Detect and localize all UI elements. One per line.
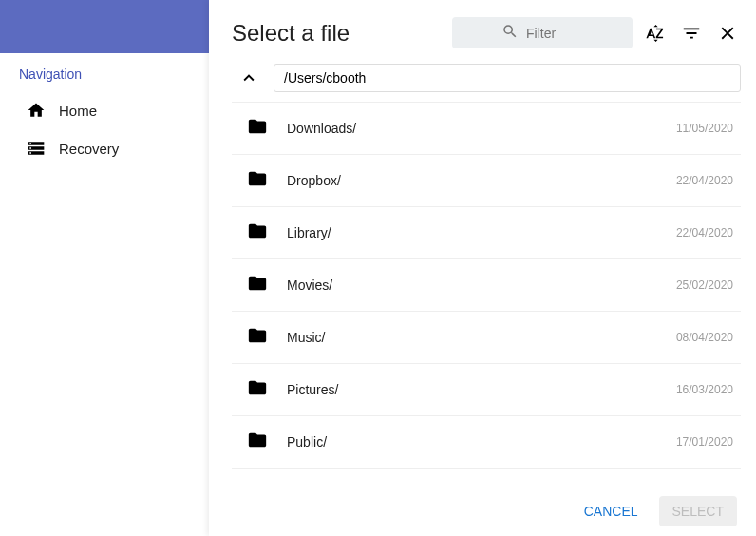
- folder-icon: [247, 116, 268, 141]
- file-row[interactable]: Music/08/04/2020: [232, 311, 741, 363]
- file-date: 16/03/2020: [676, 383, 733, 396]
- file-name: Pictures/: [287, 382, 657, 397]
- path-input[interactable]: [274, 64, 741, 92]
- home-icon: [27, 101, 46, 120]
- sidebar-header: [0, 0, 209, 53]
- file-dialog: Select a file Downloads/11/05/2020: [209, 0, 756, 536]
- file-name: Library/: [287, 225, 657, 240]
- storage-icon: [27, 139, 46, 158]
- sidebar-item-recovery[interactable]: Recovery: [0, 129, 209, 167]
- search-icon: [501, 23, 519, 43]
- file-name: Public/: [287, 434, 657, 450]
- file-row[interactable]: Dropbox/22/04/2020: [232, 154, 741, 206]
- file-name: Movies/: [287, 278, 657, 293]
- file-name: Downloads/: [287, 121, 657, 136]
- file-date: 17/01/2020: [676, 435, 733, 449]
- dialog-title: Select a file: [232, 20, 350, 47]
- folder-icon: [247, 273, 268, 297]
- file-name: Dropbox/: [287, 173, 657, 188]
- folder-icon: [247, 168, 268, 193]
- file-date: 22/04/2020: [676, 174, 733, 187]
- close-button[interactable]: [714, 20, 741, 47]
- path-row: [232, 60, 741, 102]
- file-date: 25/02/2020: [676, 278, 733, 292]
- file-date: 08/04/2020: [676, 331, 733, 344]
- sidebar-item-home[interactable]: Home: [0, 91, 209, 129]
- file-row[interactable]: Library/22/04/2020: [232, 206, 741, 258]
- file-list: Downloads/11/05/2020Dropbox/22/04/2020Li…: [232, 102, 741, 483]
- file-row[interactable]: Public/17/01/2020: [232, 415, 741, 469]
- dialog-header-actions: [452, 17, 741, 48]
- folder-icon: [247, 377, 268, 402]
- file-row[interactable]: Movies/25/02/2020: [232, 258, 741, 311]
- sidebar: Navigation Home Recovery: [0, 0, 209, 536]
- file-name: Music/: [287, 330, 657, 345]
- file-row[interactable]: Pictures/16/03/2020: [232, 363, 741, 415]
- cancel-button[interactable]: Cancel: [571, 496, 652, 526]
- file-row[interactable]: Downloads/11/05/2020: [232, 102, 741, 154]
- up-button[interactable]: [236, 65, 262, 91]
- select-button[interactable]: Select: [659, 496, 737, 526]
- folder-icon: [247, 325, 268, 350]
- filter-box[interactable]: [452, 17, 633, 48]
- filter-input[interactable]: [526, 26, 583, 41]
- sidebar-item-label: Recovery: [59, 141, 119, 157]
- sidebar-title: Navigation: [0, 53, 209, 91]
- file-date: 11/05/2020: [676, 122, 733, 135]
- folder-icon: [247, 430, 268, 454]
- folder-icon: [247, 220, 268, 245]
- file-date: 22/04/2020: [676, 226, 733, 239]
- sort-alpha-button[interactable]: [642, 20, 669, 47]
- dialog-footer: Cancel Select: [232, 483, 741, 536]
- dialog-header: Select a file: [232, 0, 741, 60]
- filter-list-button[interactable]: [678, 20, 705, 47]
- sidebar-item-label: Home: [59, 103, 97, 119]
